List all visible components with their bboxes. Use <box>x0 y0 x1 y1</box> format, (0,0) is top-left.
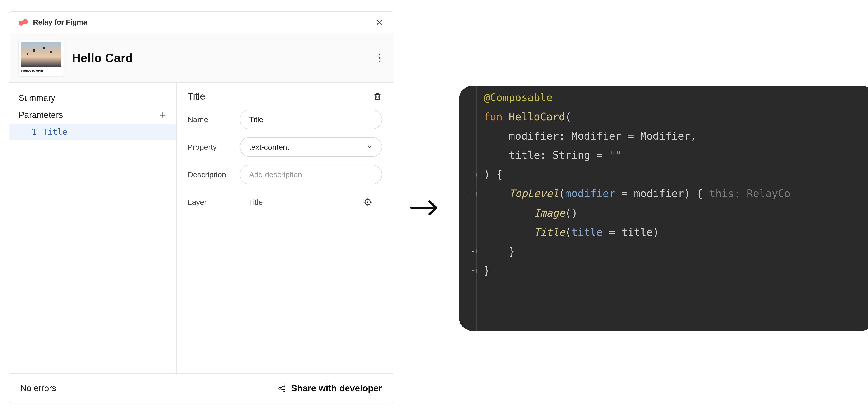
name-input[interactable]: Title <box>240 109 382 129</box>
relay-panel: Relay for Figma Hello World Hello Card <box>9 11 393 403</box>
add-parameter-button[interactable] <box>158 111 167 120</box>
sidebar-parameters-row: Parameters <box>9 107 176 124</box>
share-icon <box>278 384 287 393</box>
close-icon <box>375 19 383 26</box>
thumbnail-image <box>21 42 61 67</box>
fold-marker-icon[interactable] <box>469 171 477 178</box>
detail-title: Title <box>188 91 205 102</box>
field-label-description: Description <box>188 170 235 179</box>
app-title: Relay for Figma <box>33 18 87 26</box>
text-type-icon: T <box>32 127 37 137</box>
kebab-icon <box>379 54 380 62</box>
parameter-list: T Title <box>9 124 176 140</box>
field-row-description: Description Add description <box>188 165 382 184</box>
property-select[interactable]: text-content <box>240 137 382 157</box>
plus-icon <box>159 111 166 119</box>
panel-body: Summary Parameters T Title <box>9 83 393 373</box>
sidebar-summary[interactable]: Summary <box>9 90 176 107</box>
share-with-developer-button[interactable]: Share with developer <box>278 383 382 393</box>
code-snippet: −−− @Composable fun HelloCard( modifier:… <box>459 86 868 331</box>
layer-value: Title <box>249 198 263 207</box>
panel-footer: No errors Share with developer <box>9 373 393 403</box>
share-label: Share with developer <box>291 383 382 393</box>
close-button[interactable] <box>375 18 384 27</box>
locate-layer-button[interactable] <box>363 197 373 207</box>
fold-marker-icon[interactable]: − <box>469 247 477 255</box>
fold-marker-icon[interactable]: − <box>469 267 477 274</box>
detail-header: Title <box>188 91 382 102</box>
detail-pane: Title Name Title Property <box>177 83 393 373</box>
svg-point-4 <box>279 387 281 389</box>
field-row-property: Property text-content <box>188 137 382 157</box>
code-gutter: −−− <box>459 86 477 331</box>
target-icon <box>363 197 373 207</box>
component-menu-button[interactable] <box>375 53 384 62</box>
component-thumbnail: Hello World <box>19 40 64 76</box>
description-input[interactable]: Add description <box>240 165 382 184</box>
sidebar: Summary Parameters T Title <box>9 83 177 373</box>
svg-point-6 <box>283 389 285 391</box>
component-name: Hello Card <box>72 51 133 65</box>
svg-point-3 <box>367 201 368 203</box>
field-label-layer: Layer <box>188 198 235 207</box>
arrow-right-icon <box>409 197 443 220</box>
code-content: @Composable fun HelloCard( modifier: Mod… <box>484 88 868 280</box>
component-header: Hello World Hello Card <box>9 33 393 83</box>
fold-marker-icon[interactable]: − <box>469 190 477 198</box>
chevron-down-icon <box>367 143 373 151</box>
trash-icon <box>373 92 382 101</box>
field-label-property: Property <box>188 143 235 151</box>
description-placeholder: Add description <box>249 170 302 179</box>
field-label-name: Name <box>188 115 235 124</box>
svg-point-1 <box>23 19 28 24</box>
parameter-item-label: Title <box>43 127 67 136</box>
delete-parameter-button[interactable] <box>373 92 382 101</box>
field-row-layer: Layer Title <box>188 192 382 212</box>
thumbnail-caption: Hello World <box>21 67 61 74</box>
panel-titlebar: Relay for Figma <box>9 12 393 33</box>
svg-point-5 <box>283 385 285 387</box>
field-row-name: Name Title <box>188 109 382 129</box>
parameter-item-title[interactable]: T Title <box>9 124 176 140</box>
property-value: text-content <box>249 143 289 151</box>
name-input-value: Title <box>249 115 264 124</box>
sidebar-parameters-label: Parameters <box>19 110 63 120</box>
status-text: No errors <box>20 383 56 393</box>
layer-value-row: Title <box>240 192 382 212</box>
relay-logo-icon <box>19 19 29 26</box>
